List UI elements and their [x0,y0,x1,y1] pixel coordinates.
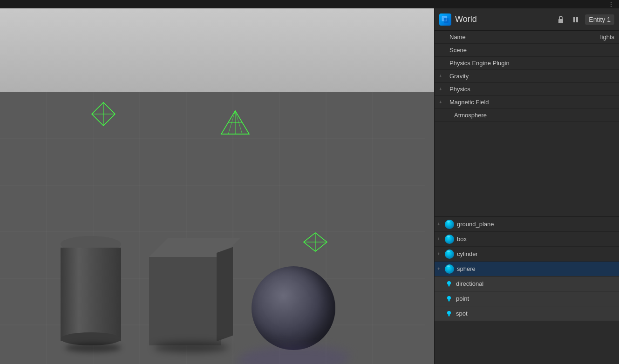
prop-atmosphere-row[interactable]: Atmosphere [435,109,619,122]
svg-rect-28 [558,19,563,23]
prop-magnetic-row[interactable]: + Magnetic Field [435,96,619,109]
prop-name-row[interactable]: Name lights [435,31,619,44]
box-right [217,247,233,342]
box-shadow [154,342,228,352]
pause-button[interactable] [570,14,581,25]
entity-row-cylinder[interactable]: + cylinder [435,247,619,262]
prop-physics-expand: + [439,87,448,92]
entity-row-ground-plane[interactable]: + ground_plane [435,217,619,232]
svg-rect-35 [448,300,450,301]
entity-spot-name: spot [456,310,616,317]
entity-box-name: box [457,236,616,243]
viewport-3d[interactable] [0,8,434,364]
svg-point-31 [447,281,451,285]
svg-point-37 [447,311,451,315]
entity-cylinder-name: cylinder [457,250,616,257]
prop-name-value: lights [600,34,614,40]
svg-rect-30 [576,17,578,22]
properties-panel[interactable]: Name lights Scene Physics Engine Plugin … [435,31,619,217]
pause-icon [572,16,579,23]
entity-row-point[interactable]: point [435,291,619,306]
lock-button[interactable] [555,14,566,25]
entity-box-icon [445,235,454,244]
entity-directional-icon [445,280,453,288]
entity-row-sphere[interactable]: + sphere [435,262,619,276]
light-bulb-icon [445,280,453,288]
right-panel: World Entity 1 [434,8,619,364]
entity-spot-icon [445,310,453,318]
prop-scene-label: Scene [449,47,614,54]
cube-icon-svg [441,15,449,24]
entity-ground-plane-name: ground_plane [457,221,616,228]
prop-name-label: Name [449,34,600,40]
spot-light-icon [445,310,453,317]
prop-gravity-label: Gravity [449,73,614,80]
cylinder-object [61,234,121,345]
entity-sphere-icon [445,264,454,274]
entity-directional-name: directional [456,280,616,287]
box-object [149,248,233,345]
world-icon [439,13,451,26]
entity-label: Entity 1 [585,14,614,25]
entity-row-directional[interactable]: directional [435,276,619,291]
entity-row-box[interactable]: + box [435,232,619,247]
svg-rect-33 [449,286,449,287]
svg-rect-29 [573,17,575,22]
prop-gravity-row[interactable]: + Gravity [435,70,619,83]
sphere-object [252,266,335,350]
entity-sphere-expand: + [437,266,445,271]
prop-physics-row[interactable]: + Physics [435,83,619,96]
prop-physics-engine-label: Physics Engine Plugin [449,60,614,67]
entity-box-expand: + [437,236,445,242]
cylinder-body [61,248,121,341]
top-bar-dots: ⋮ [608,0,615,8]
svg-rect-39 [449,316,449,317]
sphere-body [252,266,335,350]
panel-title: World [455,14,551,24]
panel-header: World Entity 1 [435,8,619,31]
top-bar: ⋮ [0,0,619,8]
prop-physics-label: Physics [449,86,614,93]
entity-point-name: point [456,295,616,302]
prop-scene-row[interactable]: Scene [435,44,619,57]
prop-empty-space [435,122,619,192]
wireframe-diamond-3 [303,232,328,253]
entity-ground-plane-icon [445,220,454,229]
prop-atmosphere-label: Atmosphere [454,112,614,119]
box-front [149,257,221,345]
prop-gravity-expand: + [439,74,448,79]
entities-panel[interactable]: + ground_plane + box + cylinder + sphere [435,217,619,364]
entity-point-icon [445,295,453,303]
sky-area [0,8,434,92]
entity-cylinder-icon [445,249,454,259]
prop-magnetic-expand: + [439,100,448,105]
prop-physics-engine-row[interactable]: Physics Engine Plugin [435,57,619,70]
entity-row-spot[interactable]: spot [435,306,619,321]
svg-rect-26 [444,18,449,23]
wireframe-diamond-1 [91,101,116,127]
main-area: World Entity 1 [0,8,619,364]
entity-cylinder-expand: + [437,251,445,256]
entity-sphere-name: sphere [457,265,616,272]
entity-ground-plane-expand: + [437,222,445,227]
wireframe-pyramid-2 [219,108,252,141]
panel-header-icons: Entity 1 [555,14,614,25]
prop-magnetic-label: Magnetic Field [449,99,614,106]
svg-rect-32 [448,285,450,286]
cylinder-shadow [65,343,121,352]
point-light-icon [445,295,453,303]
lock-icon [557,15,565,24]
svg-rect-38 [448,315,450,316]
svg-rect-36 [449,301,449,302]
svg-point-34 [447,296,451,300]
